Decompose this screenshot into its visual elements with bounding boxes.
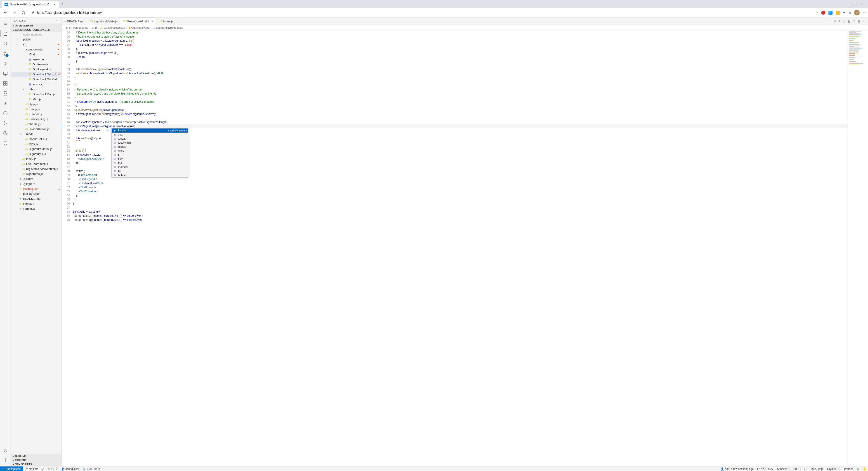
status-codespaces[interactable]: ⟨⟩ Codespaces [0,467,23,471]
status-lang[interactable]: JavaScript [809,467,825,471]
file-tree[interactable]: ⌄node_modules›public⌄src⌄components⌄Grid… [11,32,61,454]
git-graph-icon[interactable] [0,119,11,128]
suggest-item[interactable]: ⊞concat [112,137,188,141]
status-problems[interactable]: ⊗ 3 ⚠ 0 [46,467,59,471]
status-eol[interactable]: LF [802,467,809,471]
suggest-item[interactable]: ⊞flat [112,169,188,173]
open-editors-header[interactable]: ›OPEN EDITORS [11,24,61,28]
status-blame[interactable]: 👤 You, a few seconds ago [719,467,755,471]
suggest-item[interactable]: ⊞entries [112,145,188,149]
editor-tab[interactable]: JSindex.js [156,18,176,25]
explorer-icon[interactable] [0,29,11,38]
tree-item[interactable]: JSTwitterButton.js [11,126,61,131]
npm-scripts-header[interactable]: ›NPM SCRIPTS [11,462,61,466]
tree-item[interactable]: ⌄src [11,42,61,47]
editor-tab[interactable]: ▾README.md [62,18,87,25]
status-cursor[interactable]: Ln 47, Col 27 [755,467,775,471]
status-encoding[interactable]: UTF-8 [791,467,802,471]
tree-item[interactable]: ⚙.eslintrc [11,176,61,181]
sidebar-more-icon[interactable]: ⋯ [56,19,59,22]
preview-icon[interactable]: ◫ [852,20,855,23]
suggest-item[interactable]: ⊞every [112,149,188,153]
editor-tab[interactable]: JSsignatureMatrix.js [87,18,120,25]
editor-body[interactable]: 2425262728293031323334353637383940414243… [62,31,868,466]
suggest-item[interactable]: ⊞copyWithin [112,141,188,145]
timeline-header[interactable]: ›TIMELINE [11,458,61,462]
outline-header[interactable]: ›OUTLINE [11,454,61,458]
tree-item[interactable]: JSindex.js [11,156,61,161]
tree-item[interactable]: JSsignatures.js [11,171,61,176]
tree-item[interactable]: JSLiveShare.test.js [11,161,61,166]
browser-menu-icon[interactable]: ⋯ [863,11,866,14]
tree-item[interactable]: ⚙yarn.lock [11,206,61,211]
remote-explorer-icon[interactable] [0,69,11,78]
browser-tab[interactable]: GuestbookGrid.js - guestbook [C... ✕ [2,1,59,8]
minimize-button[interactable]: — [848,2,850,6]
breadcrumb-item[interactable]: components [73,26,88,29]
code-content[interactable]: // Determine whether we have any actual … [73,31,848,466]
suggest-item[interactable]: ◈Symbolinterface Symbol [112,128,188,133]
breadcrumb-item[interactable]: JSGuestbookGrid.js [100,26,125,29]
tree-item[interactable]: ▣arrow.png [11,57,61,62]
tree-item[interactable]: JSGuestbookGrid.js2, M [11,72,61,77]
collections-icon[interactable]: ⊞ [848,11,851,14]
close-window-button[interactable]: ✕ [861,2,864,6]
tree-item[interactable]: ⌄Grid [11,52,61,57]
tree-item[interactable]: JSbonusCells.js [11,137,61,141]
refresh-button[interactable] [20,9,27,16]
liveshare-icon[interactable] [0,129,11,138]
tree-item[interactable]: JSApp.js [11,101,61,107]
suggest-item[interactable]: ⊞fill [112,153,188,157]
breadcrumbs[interactable]: src›components›Grid›JSGuestbookGrid.js›◆… [62,25,868,31]
breadcrumb-item[interactable]: ⊞updateActiveSignature [153,26,183,29]
account-icon[interactable] [0,446,11,455]
tree-item[interactable]: JSserver.js [11,201,61,206]
ext-1-icon[interactable] [821,11,825,15]
split-icon[interactable]: ▥ [848,20,850,23]
settings-gear-icon[interactable] [0,455,11,465]
search-icon[interactable] [0,39,11,48]
suggest-widget[interactable]: ◈Symbolinterface Symbol⊞clear⊞concat⊞cop… [112,128,188,178]
suggest-item[interactable]: ⊞flatMap [112,173,188,177]
status-spaces[interactable]: Spaces: 2 [775,467,791,471]
tree-item[interactable]: JStheme.js [11,121,61,126]
tree-item[interactable]: ›Map [11,87,61,92]
status-feedback[interactable]: ☺ [855,467,861,471]
azure-icon[interactable] [0,99,11,108]
source-control-icon[interactable]: 2 [0,49,11,58]
run-icon[interactable]: ▷ [843,20,845,23]
tree-item[interactable]: JSEmoji.js [11,107,61,112]
extensions-icon[interactable] [0,79,11,88]
status-layout[interactable]: Layout: US [825,467,842,471]
suggest-item[interactable]: ⊞filter [112,157,188,161]
favorite-icon[interactable]: ☆ [815,11,818,14]
tree-item[interactable]: JSregisterServiceWorker.js [11,166,61,171]
minimap[interactable] [848,31,868,466]
tree-item[interactable]: JSsignatures.js [11,151,61,156]
favorites-star-icon[interactable]: ✦ [843,11,845,14]
tree-item[interactable]: JSGridLegend.js [11,67,61,72]
ext-2-icon[interactable] [829,11,833,15]
menu-icon[interactable] [0,19,11,28]
workspace-header[interactable]: ⌄GUESTBOOK [CODESPACES] [11,28,61,32]
tree-item[interactable]: ▾README.md [11,196,61,201]
status-sync[interactable]: ⟳ [40,467,46,471]
tree-item[interactable]: JSGridArrow.js [11,62,61,67]
suggest-item[interactable]: ⊞findIndex [112,165,188,169]
more-icon[interactable]: ⋯ [862,20,865,23]
status-liveshare[interactable]: 📡 Live Share [81,467,101,471]
github-icon[interactable] [0,109,11,118]
breadcrumb-item[interactable]: ◆GuestbookGrid [128,26,149,29]
tab-close-icon[interactable]: ✕ [53,3,56,6]
breadcrumb-item[interactable]: Grid [92,26,97,29]
tree-item[interactable]: JSHeader.js [11,112,61,117]
status-branch[interactable]: ⎇ master* [23,467,40,471]
compare-icon[interactable]: ⇄ [834,20,836,23]
maximize-button[interactable]: ▢ [855,2,857,6]
profile-avatar[interactable] [854,10,860,16]
status-user[interactable]: 👤 acangialosi [59,467,81,471]
ext-3-icon[interactable] [836,11,840,15]
testing-icon[interactable] [0,89,11,98]
tree-item[interactable]: {}package.json [11,191,61,196]
suggest-item[interactable]: ⊞clear [112,133,188,137]
